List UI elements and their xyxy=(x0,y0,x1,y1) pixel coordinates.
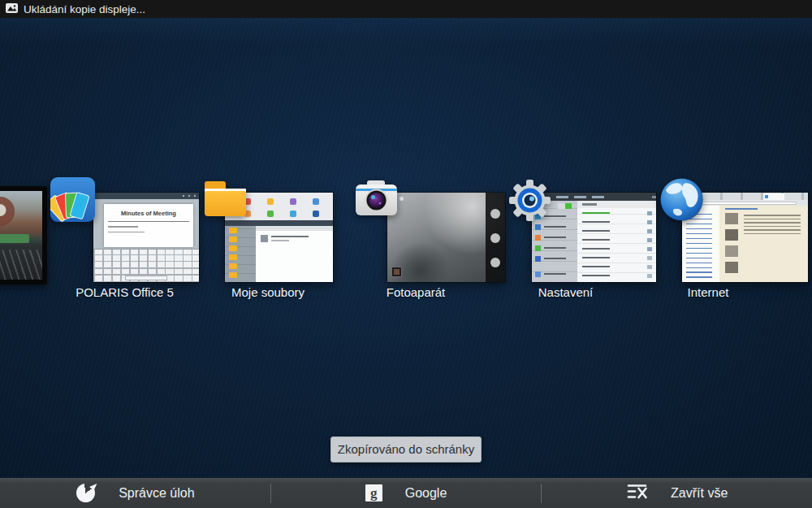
google-label: Google xyxy=(405,486,447,501)
camera-mode-button xyxy=(490,258,500,267)
close-all-label: Zavřít vše xyxy=(671,486,728,501)
folder-body xyxy=(205,191,246,216)
polaris-document-rule xyxy=(108,221,189,222)
myfiles-file-name-line xyxy=(271,236,309,237)
task-thumbnail-camera[interactable] xyxy=(387,193,505,282)
settings-wifi-signal-icons xyxy=(647,211,652,215)
polaris-document-line xyxy=(108,226,138,228)
settings-wifi-toggle xyxy=(558,203,572,209)
my-files-folder-icon[interactable] xyxy=(203,177,248,222)
photo-bus-shape xyxy=(0,234,29,243)
polaris-document-page: Minutes of Meeting xyxy=(104,204,193,247)
polaris-titlebar xyxy=(93,193,199,199)
myfiles-toolbar xyxy=(256,226,333,231)
task-label-camera: Fotoaparát xyxy=(355,285,477,302)
settings-wifi-list-header xyxy=(577,201,656,208)
polaris-document-line xyxy=(108,232,145,233)
task-card-gallery-partial[interactable] xyxy=(0,186,47,284)
task-manager-label: Správce úloh xyxy=(119,486,194,501)
bottom-bar: Správce úloh g Google Zavřít vše xyxy=(0,478,812,508)
myfiles-file-subtext-line xyxy=(271,240,289,241)
settings-header-tabs xyxy=(556,196,568,198)
webpage-heading-line xyxy=(725,208,758,210)
screenshot-image-icon xyxy=(6,2,18,16)
task-label-internet: Internet xyxy=(659,285,757,302)
clipboard-toast: Zkopírováno do schránky xyxy=(330,436,482,462)
settings-wifi-list-panel xyxy=(577,201,656,282)
task-manager-button[interactable]: Správce úloh xyxy=(0,478,270,508)
task-label-polaris: POLARIS Office 5 xyxy=(50,285,199,302)
polaris-document-title: Minutes of Meeting xyxy=(104,204,193,217)
settings-gear-icon[interactable] xyxy=(507,177,553,224)
camera-gallery-preview xyxy=(391,267,402,277)
browser-active-tab xyxy=(763,193,784,200)
myfiles-folder-icons xyxy=(229,228,237,233)
task-label-my-files: Moje soubory xyxy=(203,285,333,302)
close-all-button[interactable]: Zavřít vše xyxy=(542,478,812,508)
webpage-content xyxy=(719,206,808,282)
camera-record-button xyxy=(490,233,500,243)
myfiles-file-list xyxy=(256,226,333,282)
internet-globe-icon[interactable] xyxy=(659,177,704,222)
task-manager-pie-icon xyxy=(76,483,96,503)
webpage-photo-thumbnails xyxy=(725,213,738,224)
google-search-button[interactable]: g Google xyxy=(271,478,542,508)
status-notification-text: Ukládání kopie displeje... xyxy=(24,3,145,15)
status-bar[interactable]: Ukládání kopie displeje... xyxy=(0,0,812,18)
google-g-icon: g xyxy=(365,484,382,501)
camera-shutter-button xyxy=(490,209,500,219)
photo-dome-shape xyxy=(0,197,15,226)
gallery-photo-thumbnail xyxy=(0,191,42,280)
photo-road-shape xyxy=(0,250,42,280)
polaris-titlebar-buttons xyxy=(194,195,196,197)
polaris-office-icon[interactable] xyxy=(50,177,95,222)
settings-network-name-lines xyxy=(582,212,610,214)
myfiles-folder-sidebar xyxy=(225,226,256,282)
task-thumbnail-polaris[interactable]: Minutes of Meeting xyxy=(93,193,199,282)
task-label-settings: Nastavení xyxy=(507,285,624,302)
close-all-icon xyxy=(626,482,648,505)
polaris-keyboard xyxy=(93,249,199,282)
camera-app-icon[interactable] xyxy=(355,177,398,220)
polaris-spacebar xyxy=(125,276,167,280)
myfiles-file-icon xyxy=(261,235,268,242)
webpage-text-lines xyxy=(744,215,801,234)
